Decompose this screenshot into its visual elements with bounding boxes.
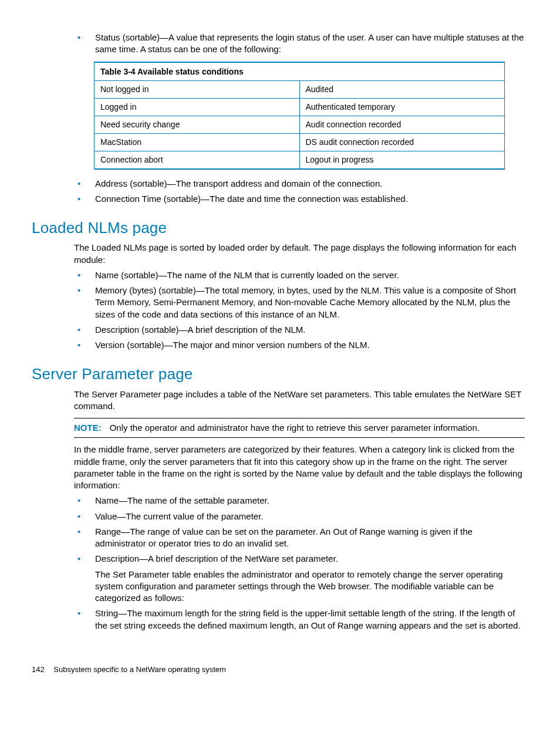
status-conditions-table: Table 3-4 Available status conditions No…	[94, 62, 505, 170]
list-item: Name (sortable)—The name of the NLM that…	[74, 269, 525, 281]
section2-bullet-list: Name—The name of the settable parameter.…	[74, 495, 525, 632]
heading-loaded-nlms: Loaded NLMs page	[32, 218, 525, 238]
bullet-text: Connection Time (sortable)—The date and …	[95, 194, 408, 204]
note-label: NOTE:	[74, 423, 102, 433]
list-item: Description—A brief description of the N…	[74, 553, 525, 604]
table-row: Need security changeAudit connection rec…	[95, 116, 505, 134]
cell: DS audit connection recorded	[299, 134, 505, 151]
bullet-text: Name—The name of the settable parameter.	[95, 495, 269, 505]
section1-bullet-list: Name (sortable)—The name of the NLM that…	[74, 269, 525, 352]
section1-intro: The Loaded NLMs page is sorted by loaded…	[74, 242, 525, 266]
cell: Logged in	[95, 99, 300, 116]
page-footer: 142 Subsystem specific to a NetWare oper…	[32, 664, 525, 675]
bullet-text: Name (sortable)—The name of the NLM that…	[95, 270, 399, 280]
bullet-text: Value—The current value of the parameter…	[95, 511, 264, 521]
table-row: Not logged inAudited	[95, 81, 505, 99]
cell: Audited	[299, 81, 505, 99]
bullet-text: Description—A brief description of the N…	[95, 553, 338, 563]
list-item: String—The maximum length for the string…	[74, 607, 525, 632]
bullet-followup: The Set Parameter table enables the admi…	[95, 569, 525, 605]
section2-intro: The Server Parameter page includes a tab…	[74, 389, 525, 413]
bullet-text: Description (sortable)—A brief descripti…	[95, 325, 305, 335]
footer-title: Subsystem specific to a NetWare operatin…	[53, 665, 226, 674]
cell: Need security change	[95, 116, 300, 134]
cell: Authenticated temporary	[299, 99, 505, 116]
list-item: Status (sortable)—A value that represent…	[74, 32, 525, 56]
list-item: Memory (bytes) (sortable)—The total memo…	[74, 285, 525, 320]
bullet-text: Range—The range of value can be set on t…	[95, 526, 473, 548]
section2-after-note: In the middle frame, server parameters a…	[74, 444, 525, 491]
table-row: Logged inAuthenticated temporary	[95, 99, 505, 116]
cell: Connection abort	[95, 151, 300, 168]
list-item: Description (sortable)—A brief descripti…	[74, 324, 525, 336]
list-item: Value—The current value of the parameter…	[74, 511, 525, 522]
cell: Logout in progress	[299, 151, 505, 168]
bullet-text: Memory (bytes) (sortable)—The total memo…	[95, 285, 516, 319]
list-item: Range—The range of value can be set on t…	[74, 526, 525, 550]
table-row: Connection abortLogout in progress	[95, 151, 505, 168]
bullet-text: Version (sortable)—The major and minor v…	[95, 340, 370, 350]
page-number: 142	[32, 664, 45, 675]
table-caption: Table 3-4 Available status conditions	[95, 62, 505, 81]
table-row: MacStationDS audit connection recorded	[95, 134, 505, 151]
list-item: Name—The name of the settable parameter.	[74, 495, 525, 507]
cell: MacStation	[95, 134, 300, 151]
cell: Audit connection recorded	[299, 116, 505, 134]
bullet-text: Status (sortable)—A value that represent…	[95, 32, 524, 54]
list-item: Address (sortable)—The transport address…	[74, 178, 525, 190]
bullet-text: String—The maximum length for the string…	[95, 608, 521, 630]
list-item: Version (sortable)—The major and minor v…	[74, 339, 525, 351]
note-block: NOTE:Only the operator and administrator…	[74, 418, 525, 438]
note-text: Only the operator and administrator have…	[110, 423, 480, 433]
intro-bullet-list: Status (sortable)—A value that represent…	[74, 32, 525, 56]
cell: Not logged in	[95, 81, 300, 99]
bullet-text: Address (sortable)—The transport address…	[95, 178, 382, 188]
list-item: Connection Time (sortable)—The date and …	[74, 193, 525, 205]
heading-server-parameter: Server Parameter page	[32, 364, 525, 384]
after-table-bullet-list: Address (sortable)—The transport address…	[74, 178, 525, 205]
